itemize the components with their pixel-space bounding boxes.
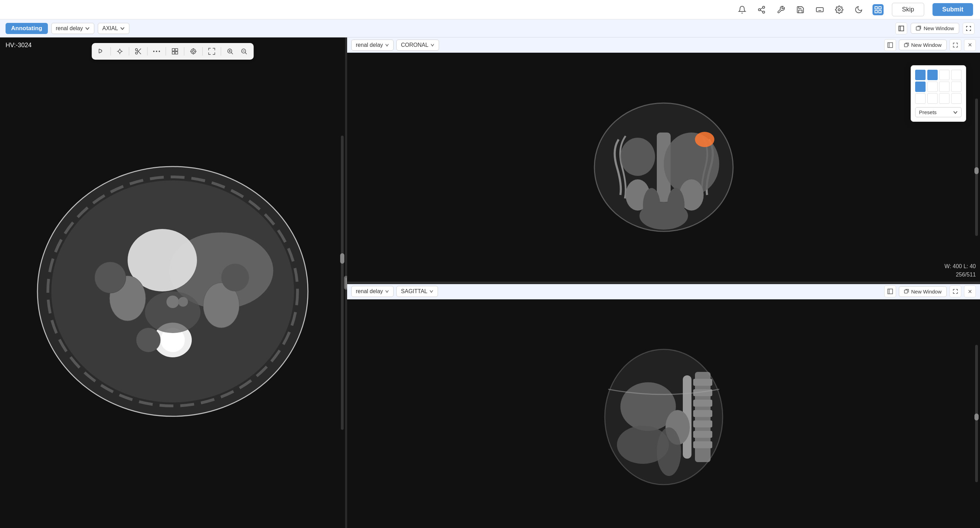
grid-cell-0-1[interactable] <box>927 70 938 80</box>
hv-label: HV:-3024 <box>6 41 32 49</box>
settings-icon[interactable] <box>834 4 845 15</box>
new-window-coronal[interactable]: New Window <box>899 40 947 50</box>
axial-scan-image <box>27 146 318 437</box>
expand-tool-btn[interactable] <box>205 45 218 57</box>
right-panel-coronal: renal delay CORONAL <box>347 37 980 282</box>
series-dropdown-left[interactable]: renal delay <box>51 23 94 34</box>
share-icon[interactable] <box>756 4 767 15</box>
grid-layout-icon[interactable] <box>872 4 884 15</box>
grid-cell-1-1[interactable] <box>927 81 938 92</box>
svg-rect-5 <box>816 8 823 12</box>
svg-line-3 <box>760 10 763 11</box>
expand-sagittal-icon[interactable] <box>950 286 961 297</box>
expand-left-icon[interactable] <box>963 22 974 34</box>
crosshair-tool-btn[interactable] <box>113 45 126 57</box>
view-dropdown-sagittal[interactable]: SAGITTAL <box>396 286 438 297</box>
view-dropdown-left[interactable]: AXIAL <box>98 23 129 34</box>
grid-cell-0-0[interactable] <box>915 70 926 80</box>
grid-cell-0-2[interactable] <box>939 70 950 80</box>
new-window-button-left[interactable]: New Window <box>911 23 959 33</box>
save-icon[interactable] <box>795 4 806 15</box>
coronal-scrollbar[interactable] <box>975 99 978 236</box>
svg-rect-82 <box>888 289 892 294</box>
sagittal-ct-scan[interactable] <box>347 299 980 528</box>
svg-rect-93 <box>693 431 712 438</box>
close-coronal-icon[interactable]: × <box>964 39 976 51</box>
svg-rect-12 <box>875 6 877 9</box>
scissors-tool-btn[interactable] <box>132 45 144 57</box>
grid-cell-1-0[interactable] <box>915 81 926 92</box>
coronal-ct-scan[interactable]: W: 400 L: 40 256/511 <box>347 53 980 282</box>
grid-cell-2-0[interactable] <box>915 93 926 104</box>
svg-point-61 <box>95 262 126 293</box>
new-window-sagittal[interactable]: New Window <box>899 286 947 297</box>
annotating-tag: Annotating <box>6 23 48 34</box>
svg-point-2 <box>762 11 765 13</box>
sagittal-scrollbar[interactable] <box>975 345 978 482</box>
svg-line-21 <box>99 52 102 53</box>
series-dropdown-coronal[interactable]: renal delay <box>351 40 394 51</box>
coronal-scrollbar-thumb[interactable] <box>974 167 978 174</box>
svg-point-33 <box>159 51 160 52</box>
axial-scrollbar-thumb[interactable] <box>340 253 344 264</box>
collapse-sagittal-icon[interactable] <box>884 286 896 297</box>
separator <box>110 47 111 56</box>
separator <box>147 47 147 56</box>
axial-scrollbar[interactable] <box>341 136 344 430</box>
grid-cell-2-3[interactable] <box>951 93 962 104</box>
grid-layout-popup: Presets <box>911 65 966 122</box>
svg-point-99 <box>657 428 681 476</box>
svg-rect-91 <box>693 410 712 417</box>
svg-point-64 <box>145 291 200 333</box>
separator <box>129 47 129 56</box>
submit-button[interactable]: Submit <box>932 3 973 16</box>
series-dropdown-sagittal[interactable]: renal delay <box>351 286 394 297</box>
svg-rect-13 <box>879 6 881 9</box>
svg-line-45 <box>231 53 233 54</box>
grid-cell-1-3[interactable] <box>951 81 962 92</box>
svg-rect-36 <box>172 52 175 54</box>
grid-cells-container <box>915 70 962 104</box>
main-content: HV:-3024 <box>0 37 980 528</box>
expand-coronal-icon[interactable] <box>950 39 961 51</box>
zoom-out-btn[interactable] <box>237 45 250 57</box>
target-tool-btn[interactable] <box>187 45 199 57</box>
zoom-in-btn[interactable] <box>224 45 236 57</box>
coronal-status: W: 400 L: 40 256/511 <box>945 262 976 279</box>
coronal-panel-header: renal delay CORONAL <box>347 37 980 53</box>
coronal-scan-image <box>584 98 743 237</box>
collapse-icon[interactable] <box>896 22 907 34</box>
collapse-coronal-icon[interactable] <box>884 39 896 51</box>
svg-rect-15 <box>875 10 877 13</box>
close-sagittal-icon[interactable]: × <box>964 286 976 297</box>
svg-rect-34 <box>172 49 175 51</box>
bell-icon[interactable] <box>737 4 748 15</box>
sagittal-panel-header: renal delay SAGITTAL <box>347 284 980 299</box>
tool-icon[interactable] <box>775 4 786 15</box>
svg-rect-37 <box>175 52 178 54</box>
grid-cell-0-3[interactable] <box>951 70 962 80</box>
svg-rect-90 <box>693 400 712 407</box>
moon-icon[interactable] <box>853 4 864 15</box>
svg-point-11 <box>838 9 840 11</box>
svg-point-31 <box>153 51 154 52</box>
keyboard-icon[interactable] <box>814 4 825 15</box>
svg-rect-35 <box>175 49 178 51</box>
axial-ct-scan[interactable] <box>0 37 345 528</box>
svg-point-38 <box>191 49 196 54</box>
svg-rect-84 <box>904 290 907 293</box>
grid-cell-2-2[interactable] <box>939 93 950 104</box>
view-dropdown-coronal[interactable]: CORONAL <box>396 40 439 51</box>
layout-tool-btn[interactable] <box>169 45 181 57</box>
more-tool-btn[interactable] <box>150 45 163 57</box>
skip-button[interactable]: Skip <box>892 3 924 16</box>
presets-dropdown[interactable]: Presets <box>915 107 962 117</box>
svg-rect-88 <box>693 379 712 386</box>
svg-line-30 <box>137 49 141 53</box>
svg-line-49 <box>245 53 247 54</box>
grid-cell-1-2[interactable] <box>939 81 950 92</box>
grid-cell-2-1[interactable] <box>927 93 938 104</box>
select-tool-btn[interactable] <box>95 45 108 57</box>
svg-rect-69 <box>904 44 907 47</box>
sagittal-scrollbar-thumb[interactable] <box>974 413 978 420</box>
